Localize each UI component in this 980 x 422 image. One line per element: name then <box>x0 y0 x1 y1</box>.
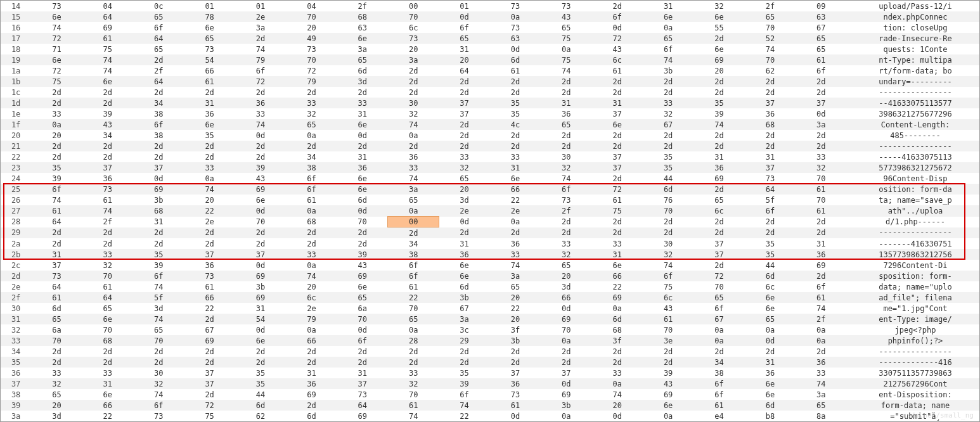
hex-cell[interactable]: 61 <box>796 205 846 217</box>
hex-cell[interactable]: 2d <box>643 76 693 87</box>
hex-cell[interactable]: 37 <box>439 98 489 108</box>
hex-cell[interactable]: 0a <box>693 324 744 335</box>
hex-cell[interactable]: 2d <box>31 227 82 239</box>
hex-cell[interactable]: 6d <box>745 400 796 411</box>
hex-cell[interactable]: 32 <box>31 378 82 389</box>
hex-cell[interactable]: 2d <box>541 141 591 151</box>
hex-cell[interactable]: 2d <box>796 141 846 151</box>
hex-cell[interactable]: 3b <box>643 65 693 76</box>
hex-cell[interactable]: 6d <box>286 411 337 421</box>
hex-cell[interactable]: 0d <box>796 108 846 119</box>
hex-cell[interactable]: 2d <box>592 1 643 11</box>
hex-cell[interactable]: 2d <box>31 87 82 98</box>
hex-cell[interactable]: 2d <box>133 54 184 65</box>
hex-cell[interactable]: 2d <box>82 87 133 98</box>
hex-cell[interactable]: 3d <box>31 411 82 421</box>
hex-cell[interactable]: 65 <box>643 33 693 44</box>
hex-cell[interactable]: 0d <box>592 411 643 421</box>
hex-cell[interactable]: 2d <box>541 87 591 98</box>
hex-cell[interactable]: 6f <box>133 400 184 411</box>
hex-cell[interactable]: 0a <box>31 119 82 130</box>
hex-cell[interactable]: 70 <box>388 303 439 314</box>
hex-cell[interactable]: 0d <box>439 11 489 22</box>
hex-cell[interactable]: 31 <box>337 151 388 162</box>
hex-cell[interactable]: 73 <box>184 271 235 281</box>
hex-cell[interactable]: 2d <box>643 87 693 98</box>
hex-cell[interactable]: 74 <box>592 389 643 400</box>
hex-cell[interactable]: 6f <box>286 184 337 195</box>
hex-cell[interactable]: 20 <box>693 65 744 76</box>
hex-cell[interactable]: 31 <box>592 98 643 108</box>
hex-cell[interactable]: 75 <box>643 281 693 292</box>
hex-cell[interactable]: 6e <box>235 335 286 346</box>
hex-cell[interactable]: 37 <box>235 249 286 260</box>
hex-cell[interactable]: 33 <box>82 249 133 260</box>
hex-cell[interactable]: 36 <box>82 173 133 184</box>
hex-cell[interactable]: 2d <box>388 141 439 151</box>
hex-row[interactable]: 2335373733393836333231323735363732577398… <box>1 162 979 173</box>
hex-cell[interactable]: 61 <box>796 292 846 303</box>
hex-cell[interactable]: 65 <box>133 324 184 335</box>
hex-cell[interactable]: 2d <box>388 227 439 239</box>
hex-cell[interactable]: 2d <box>592 173 643 184</box>
hex-cell[interactable]: 61 <box>184 281 235 292</box>
hex-cell[interactable]: 61 <box>490 65 541 76</box>
hex-cell[interactable]: 2d <box>643 141 693 151</box>
hex-cell[interactable]: 37 <box>184 378 235 389</box>
hex-cell[interactable]: 65 <box>541 119 591 130</box>
hex-cell[interactable]: 0a <box>286 324 337 335</box>
hex-cell[interactable]: 36 <box>745 368 796 378</box>
hex-cell[interactable]: 20 <box>490 292 541 303</box>
hex-row[interactable]: 212d2d2d2d2d2d2d2d2d2d2d2d2d2d2d2d------… <box>1 141 979 151</box>
hex-cell[interactable]: 6f <box>796 65 846 76</box>
hex-cell[interactable]: 2d <box>388 65 439 76</box>
hex-cell[interactable]: 74 <box>745 44 796 54</box>
hex-cell[interactable]: 31 <box>133 217 184 227</box>
hex-cell[interactable]: 3a <box>439 314 489 324</box>
hex-cell[interactable]: 2d <box>796 217 846 227</box>
hex-cell[interactable]: 49 <box>286 33 337 44</box>
hex-cell[interactable]: 72 <box>592 33 643 44</box>
hex-cell[interactable]: 6f <box>388 260 439 271</box>
hex-cell[interactable]: 66 <box>541 292 591 303</box>
hex-cell[interactable]: 73 <box>184 44 235 54</box>
hex-cell[interactable]: 2d <box>439 76 489 87</box>
hex-cell[interactable]: 6c <box>643 292 693 303</box>
hex-cell[interactable]: 65 <box>388 314 439 324</box>
hex-cell[interactable]: 31 <box>592 249 643 260</box>
hex-cell[interactable]: 2d <box>286 141 337 151</box>
hex-cell[interactable]: 65 <box>745 11 796 22</box>
hex-cell[interactable]: 32 <box>541 162 591 173</box>
hex-cell[interactable]: 3a <box>388 54 439 65</box>
hex-cell[interactable]: 61 <box>82 33 133 44</box>
hex-row[interactable]: 306d653d22312e6a7067220d0a436f6e74me="1.… <box>1 303 979 314</box>
hex-cell[interactable]: 36 <box>745 108 796 119</box>
hex-cell[interactable]: 2d <box>235 238 286 249</box>
hex-cell[interactable]: 33 <box>592 368 643 378</box>
hex-cell[interactable]: 2d <box>490 76 541 87</box>
hex-cell[interactable]: 6e <box>235 195 286 205</box>
hex-cell[interactable]: 69 <box>796 260 846 271</box>
hex-cell[interactable]: 2d <box>235 33 286 44</box>
hex-cell[interactable]: 2d <box>388 87 439 98</box>
hex-cell[interactable]: 61 <box>592 195 643 205</box>
hex-cell[interactable]: 2d <box>693 141 744 151</box>
hex-row[interactable]: 342d2d2d2d2d2d2d2d2d2d2d2d2d2d2d2d------… <box>1 346 979 357</box>
hex-cell[interactable]: 2d <box>745 227 796 239</box>
hex-cell[interactable]: 31 <box>286 368 337 378</box>
hex-cell[interactable]: 61 <box>796 184 846 195</box>
hex-cell[interactable]: 04 <box>286 1 337 11</box>
hex-cell[interactable]: 2d <box>592 141 643 151</box>
hex-row[interactable]: 196e742d547970653a206d756c74697061nt-Typ… <box>1 54 979 65</box>
hex-cell[interactable]: 0d <box>541 303 591 314</box>
hex-cell[interactable]: 0d <box>337 130 388 141</box>
hex-cell[interactable]: 74 <box>388 411 439 421</box>
hex-row[interactable]: 156e6465782e7068700d0a436f6e6e6563ndex.p… <box>1 11 979 22</box>
hex-cell[interactable]: 37 <box>184 249 235 260</box>
hex-cell[interactable]: 2d <box>796 227 846 239</box>
hex-cell[interactable]: 2d <box>745 346 796 357</box>
hex-cell[interactable]: 6f <box>439 389 489 400</box>
hex-cell[interactable]: 35 <box>439 368 489 378</box>
hex-cell[interactable]: 74 <box>133 314 184 324</box>
hex-cell[interactable]: 2e <box>439 205 489 217</box>
